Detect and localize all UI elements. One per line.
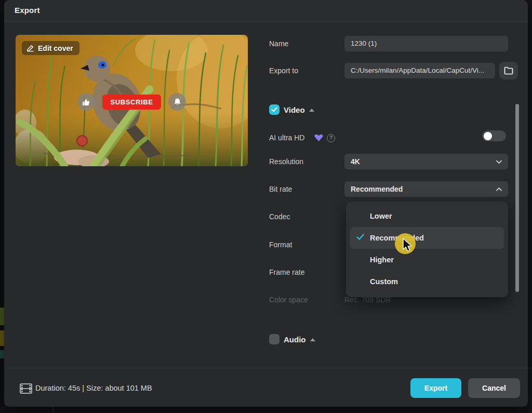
menu-item-label: Custom xyxy=(370,277,398,286)
video-collapse-icon[interactable] xyxy=(309,109,314,112)
background-app-bottom xyxy=(0,407,532,413)
audio-section-label: Audio xyxy=(284,335,306,344)
resolution-value: 4K xyxy=(351,157,360,166)
cancel-button[interactable]: Cancel xyxy=(468,378,520,398)
resolution-label: Resolution xyxy=(269,157,303,166)
background-timeline-thumb xyxy=(0,330,4,346)
codec-label: Codec xyxy=(269,212,290,221)
menu-item-higher[interactable]: Higher xyxy=(350,249,504,271)
selected-check-icon xyxy=(356,234,364,241)
film-icon xyxy=(20,383,32,394)
export-to-label: Export to xyxy=(269,66,298,75)
colorspace-label: Color space xyxy=(269,296,308,304)
menu-item-lower[interactable]: Lower xyxy=(350,205,504,227)
export-summary: Duration: 45s | Size: about 101 MB xyxy=(35,384,152,392)
audio-collapse-icon[interactable] xyxy=(310,338,315,341)
bitrate-value: Recommended xyxy=(351,185,403,193)
footer-divider xyxy=(8,368,532,368)
pencil-icon xyxy=(26,44,34,52)
pro-gem-icon xyxy=(314,134,323,142)
screen: Export xyxy=(0,0,532,413)
export-dialog: Export xyxy=(4,0,528,407)
scrollbar-thumb[interactable] xyxy=(515,104,519,292)
check-icon xyxy=(271,107,277,112)
dialog-title: Export xyxy=(15,6,40,15)
toggle-knob xyxy=(484,132,492,140)
background-playhead xyxy=(53,407,54,413)
video-checkbox[interactable] xyxy=(269,104,280,115)
menu-item-custom[interactable]: Custom xyxy=(350,271,504,292)
mouse-cursor xyxy=(402,238,414,252)
ai-ultra-hd-label: AI ultra HD xyxy=(269,134,304,142)
background-timeline-thumb xyxy=(0,308,4,325)
format-label: Format xyxy=(269,241,292,249)
subscribe-overlay: SUBSCRIBE xyxy=(16,93,248,111)
resolution-dropdown[interactable]: 4K xyxy=(344,154,508,169)
ai-ultra-hd-toggle[interactable] xyxy=(482,130,506,141)
background-timeline-thumb xyxy=(0,350,4,358)
name-input[interactable]: 1230 (1) xyxy=(344,36,508,51)
thumbs-up-icon xyxy=(77,93,95,111)
dialog-header: Export xyxy=(4,0,528,22)
subscribe-button: SUBSCRIBE xyxy=(102,95,162,110)
framerate-label: Frame rate xyxy=(269,268,304,276)
audio-checkbox[interactable] xyxy=(269,334,280,344)
chevron-up-icon xyxy=(496,186,502,193)
bitrate-menu: Lower Recommended Higher Custom xyxy=(346,202,508,297)
browse-folder-button[interactable] xyxy=(499,62,518,79)
menu-item-recommended[interactable]: Recommended xyxy=(350,227,504,249)
bitrate-dropdown[interactable]: Recommended xyxy=(344,181,508,197)
export-button[interactable]: Export xyxy=(410,378,461,398)
bell-icon xyxy=(168,93,186,111)
name-label: Name xyxy=(269,39,288,48)
video-section-label: Video xyxy=(284,105,305,114)
folder-icon xyxy=(504,66,513,75)
export-path-input[interactable]: C:/Users/milan/AppData/Local/CapCut/Vi..… xyxy=(344,63,495,78)
video-preview: Edit cover SUBSCRIBE xyxy=(16,35,248,166)
help-icon[interactable]: ? xyxy=(327,134,335,142)
menu-item-label: Lower xyxy=(370,212,392,220)
edit-cover-label: Edit cover xyxy=(38,44,73,52)
menu-item-label: Higher xyxy=(370,256,394,264)
bitrate-label: Bit rate xyxy=(269,185,292,193)
chevron-down-icon xyxy=(496,158,502,165)
edit-cover-button[interactable]: Edit cover xyxy=(22,41,79,55)
